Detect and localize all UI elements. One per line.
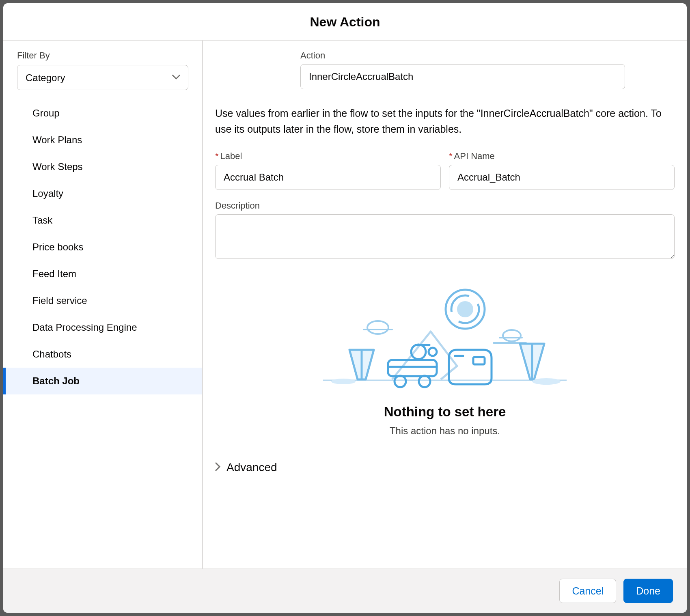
svg-rect-13 <box>388 360 437 376</box>
filter-select-wrap: Category <box>17 65 188 90</box>
done-button[interactable]: Done <box>623 579 673 603</box>
category-item-chatbots[interactable]: Chatbots <box>3 341 202 368</box>
category-item-data-processing-engine[interactable]: Data Processing Engine <box>3 314 202 341</box>
svg-point-15 <box>419 376 430 387</box>
apiname-field-label: *API Name <box>449 151 675 162</box>
chevron-right-icon <box>215 462 221 473</box>
description-label: Description <box>215 200 675 211</box>
label-input[interactable] <box>215 165 441 190</box>
svg-point-22 <box>532 378 561 385</box>
modal-title: New Action <box>3 15 687 30</box>
svg-point-23 <box>331 379 356 384</box>
svg-point-14 <box>395 376 406 387</box>
action-field-block: Action <box>300 50 625 89</box>
svg-rect-20 <box>473 357 485 364</box>
category-item-loyalty[interactable]: Loyalty <box>3 180 202 207</box>
category-item-work-plans[interactable]: Work Plans <box>3 127 202 153</box>
label-field-block: *Label <box>215 151 441 190</box>
empty-state: Nothing to set here This action has no i… <box>315 277 575 437</box>
svg-point-4 <box>367 321 388 334</box>
main-panel: Action Use values from earlier in the fl… <box>203 41 687 569</box>
instruction-text: Use values from earlier in the flow to s… <box>215 106 675 137</box>
svg-point-18 <box>429 348 437 356</box>
filter-by-label: Filter By <box>3 50 202 65</box>
empty-illustration-icon <box>315 277 575 392</box>
apiname-field-block: *API Name <box>449 151 675 190</box>
label-field-label: *Label <box>215 151 441 162</box>
cancel-button[interactable]: Cancel <box>559 579 616 603</box>
svg-point-3 <box>457 301 473 317</box>
category-item-field-service[interactable]: Field service <box>3 287 202 314</box>
label-apiname-row: *Label *API Name <box>215 151 675 190</box>
action-label: Action <box>300 50 625 61</box>
category-item-group[interactable]: Group <box>3 100 202 127</box>
category-item-work-steps[interactable]: Work Steps <box>3 153 202 180</box>
description-input[interactable] <box>215 214 675 259</box>
modal-footer: Cancel Done <box>3 569 687 613</box>
advanced-toggle[interactable]: Advanced <box>215 461 675 474</box>
modal-body: Filter By Category Group Work Plans Work… <box>3 41 687 569</box>
advanced-label: Advanced <box>226 461 277 474</box>
category-item-price-books[interactable]: Price books <box>3 234 202 261</box>
svg-point-6 <box>503 330 521 341</box>
apiname-input[interactable] <box>449 165 675 190</box>
category-item-task[interactable]: Task <box>3 207 202 234</box>
new-action-modal: New Action Filter By Category Group Work… <box>3 3 687 613</box>
filter-select[interactable]: Category <box>17 65 188 90</box>
sidebar: Filter By Category Group Work Plans Work… <box>3 41 203 569</box>
category-item-batch-job[interactable]: Batch Job <box>3 368 202 394</box>
category-item-feed-item[interactable]: Feed Item <box>3 261 202 287</box>
empty-subtitle: This action has no inputs. <box>315 425 575 437</box>
description-field-block: Description <box>215 200 675 261</box>
modal-header: New Action <box>3 3 687 41</box>
category-list: Group Work Plans Work Steps Loyalty Task… <box>3 100 202 394</box>
empty-title: Nothing to set here <box>315 404 575 420</box>
action-input[interactable] <box>300 64 625 89</box>
